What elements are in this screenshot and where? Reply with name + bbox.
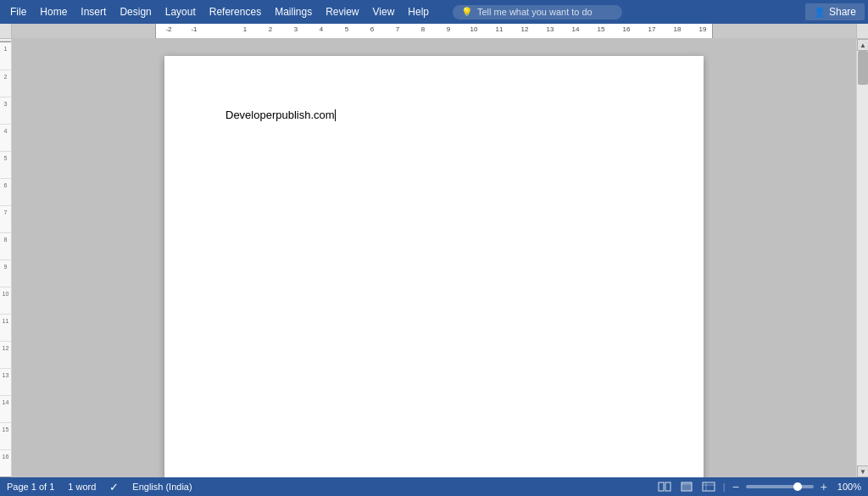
ruler-tick: 2 <box>258 25 283 33</box>
menu-layout[interactable]: Layout <box>159 3 203 21</box>
vruler-tick: 10 <box>0 287 11 312</box>
ruler-tick: 14 <box>563 25 588 33</box>
vruler-tick: 11 <box>0 314 11 339</box>
horizontal-ruler: -2-112345678910111213141516171819 <box>12 24 856 39</box>
search-input[interactable] <box>477 7 614 17</box>
scrollbar-thumb[interactable] <box>858 51 868 85</box>
scrollbar-track[interactable] <box>857 51 868 465</box>
separator: | <box>723 482 726 492</box>
print-layout-button[interactable] <box>679 481 694 493</box>
zoom-slider[interactable] <box>746 485 814 488</box>
ruler-tick: 8 <box>410 25 436 33</box>
zoom-in-button[interactable]: + <box>821 480 827 493</box>
ruler-tick: 19 <box>690 25 715 33</box>
menu-bar: File Home Insert Design Layout Reference… <box>0 0 868 24</box>
vruler-tick: 9 <box>0 259 11 285</box>
vruler-tick: 14 <box>0 395 11 421</box>
read-mode-button[interactable] <box>657 481 672 493</box>
proofing-icon[interactable]: ✓ <box>109 481 119 493</box>
scroll-up-button[interactable]: ▲ <box>857 39 868 51</box>
ruler-tick: 7 <box>385 25 410 33</box>
vruler-tick: 1 <box>0 42 11 68</box>
vruler-tick: 12 <box>0 341 11 366</box>
menu-help[interactable]: Help <box>401 3 436 21</box>
vruler-main: 12345678910111213141516 <box>0 42 11 476</box>
document-text-content: Developerpublish.com <box>225 109 335 121</box>
ruler-tick: -2 <box>156 25 181 33</box>
ruler-left-margin <box>12 24 156 38</box>
text-cursor <box>335 109 336 121</box>
word-count: 1 word <box>68 482 96 492</box>
ruler-tick <box>207 25 232 33</box>
scrollbar-top-right <box>856 24 868 39</box>
ruler-tick: 4 <box>309 25 334 33</box>
share-button[interactable]: 👤 Share <box>805 3 865 20</box>
share-icon: 👤 <box>814 7 826 18</box>
svg-rect-1 <box>665 482 670 491</box>
status-bar: Page 1 of 1 1 word ✓ English (India) | − <box>0 477 868 496</box>
page-info: Page 1 of 1 <box>7 482 54 492</box>
vruler-tick: 13 <box>0 368 11 393</box>
ruler-tick: 18 <box>665 25 690 33</box>
menu-design[interactable]: Design <box>113 3 158 21</box>
vruler-tick: 5 <box>0 151 11 176</box>
zoom-thumb[interactable] <box>793 482 802 491</box>
right-scrollbar: ▲ ▼ <box>856 39 868 477</box>
menu-insert[interactable]: Insert <box>74 3 113 21</box>
vruler-tick: 16 <box>0 449 11 475</box>
status-bar-right: | − + 100% <box>657 480 861 493</box>
language[interactable]: English (India) <box>132 482 192 492</box>
vruler-tick: 8 <box>0 232 11 258</box>
svg-rect-2 <box>682 482 692 491</box>
ruler-numbers: -2-112345678910111213141516171819 <box>156 25 715 33</box>
ruler-tick: 13 <box>537 25 563 33</box>
document-content[interactable]: Developerpublish.com <box>225 107 643 124</box>
zoom-level[interactable]: 100% <box>834 482 861 492</box>
svg-rect-0 <box>659 482 664 491</box>
vruler-tick: 6 <box>0 178 11 203</box>
main-area: 12345678910111213141516 Developerpublish… <box>0 39 868 477</box>
horizontal-ruler-container: -2-112345678910111213141516171819 <box>0 24 868 39</box>
menu-review[interactable]: Review <box>319 3 365 21</box>
document-area[interactable]: Developerpublish.com <box>12 39 856 477</box>
ruler-right-margin <box>712 24 856 38</box>
ruler-tick: 5 <box>334 25 359 33</box>
ruler-tick: 9 <box>436 25 461 33</box>
document-page: Developerpublish.com <box>164 56 704 477</box>
vruler-tick: 3 <box>0 97 11 122</box>
svg-rect-4 <box>703 482 715 491</box>
vruler-tick: 7 <box>0 205 11 231</box>
menu-mailings[interactable]: Mailings <box>268 3 319 21</box>
ruler-tick: -1 <box>181 25 207 33</box>
zoom-out-button[interactable]: − <box>732 480 739 493</box>
ruler-corner <box>0 24 12 39</box>
ruler-tick: 1 <box>232 25 258 33</box>
search-box[interactable]: 💡 <box>453 5 622 20</box>
share-label: Share <box>829 6 856 18</box>
ruler-tick: 10 <box>461 25 487 33</box>
ruler-tick: 3 <box>283 25 309 33</box>
ruler-tick: 11 <box>487 25 512 33</box>
menu-file[interactable]: File <box>3 3 33 21</box>
menu-home[interactable]: Home <box>33 3 74 21</box>
vruler-tick: 15 <box>0 422 11 448</box>
vruler-tick: 2 <box>0 70 11 95</box>
vruler-tick: 4 <box>0 124 11 149</box>
ruler-tick: 12 <box>512 25 537 33</box>
scroll-down-button[interactable]: ▼ <box>857 465 868 477</box>
ruler-tick: 15 <box>588 25 614 33</box>
vertical-ruler: 12345678910111213141516 <box>0 39 12 477</box>
web-layout-button[interactable] <box>701 481 716 493</box>
menu-view[interactable]: View <box>366 3 402 21</box>
ruler-tick: 17 <box>639 25 665 33</box>
lightbulb-icon: 💡 <box>461 7 473 18</box>
menu-references[interactable]: References <box>203 3 268 21</box>
ruler-tick: 16 <box>614 25 639 33</box>
ruler-tick: 6 <box>359 25 385 33</box>
